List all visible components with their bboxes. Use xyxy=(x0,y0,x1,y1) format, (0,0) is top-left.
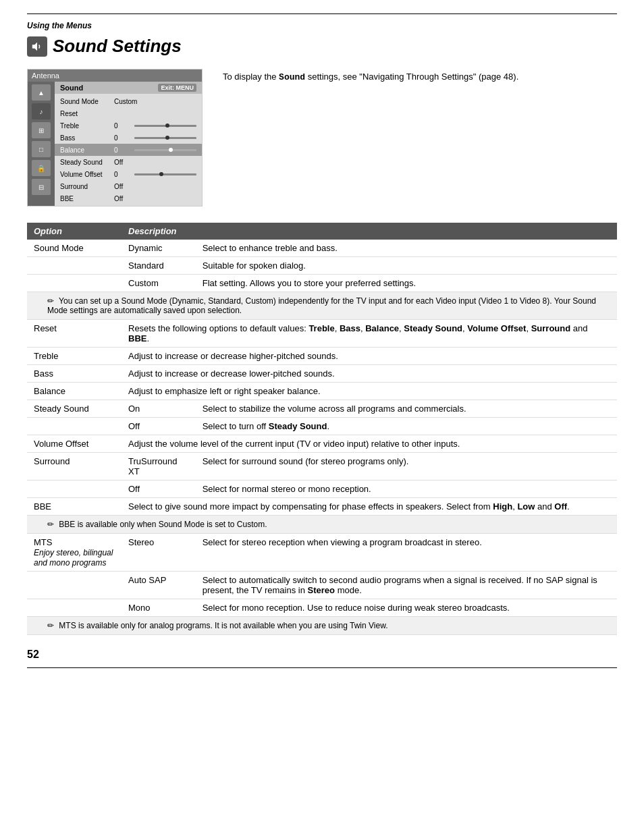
option-cell xyxy=(27,418,122,435)
note-row: ✏ You can set up a Sound Mode (Dynamic, … xyxy=(27,292,617,320)
suboption-cell: Mono xyxy=(122,599,196,617)
note-icon: ✏ xyxy=(47,621,54,630)
option-cell: Balance xyxy=(27,383,122,400)
table-row: Reset Resets the following options to de… xyxy=(27,320,617,348)
note-icon: ✏ xyxy=(47,296,54,306)
option-cell: Reset xyxy=(27,320,122,348)
suboption-cell: Dynamic xyxy=(122,240,196,257)
sidebar-lock-icon: 🔒 xyxy=(32,160,51,176)
suboption-cell: Off xyxy=(122,480,196,498)
suboption-cell: Stereo xyxy=(122,534,196,572)
desc-cell: Adjust to increase or decrease higher-pi… xyxy=(122,348,617,365)
table-row: Balance Adjust to emphasize left or righ… xyxy=(27,383,617,400)
note-icon: ✏ xyxy=(47,520,54,529)
sidebar-channel-icon: ⊞ xyxy=(32,122,51,138)
option-cell: Surround xyxy=(27,453,122,480)
sidebar-picture-icon: □ xyxy=(32,141,51,157)
tv-menu-title: Sound xyxy=(60,84,83,92)
option-cell: MTS Enjoy stereo, bilingual and mono pro… xyxy=(27,534,122,572)
desc-cell: Select for mono reception. Use to reduce… xyxy=(196,599,617,617)
table-row: Off Select for normal stereo or mono rec… xyxy=(27,480,617,498)
option-cell xyxy=(27,257,122,275)
table-row: BBE Select to give sound more impact by … xyxy=(27,498,617,516)
table-row: Treble Adjust to increase or decrease hi… xyxy=(27,348,617,365)
table-row: MTS Enjoy stereo, bilingual and mono pro… xyxy=(27,534,617,572)
page-title: Sound Settings xyxy=(53,36,182,57)
volume-offset-slider xyxy=(134,173,196,175)
desc-cell: Flat setting. Allows you to store your p… xyxy=(196,275,617,292)
option-cell xyxy=(27,599,122,617)
tv-row-surround: Surround Off xyxy=(55,180,202,192)
note-cell: ✏ MTS is available only for analog progr… xyxy=(27,617,617,635)
option-cell xyxy=(27,480,122,498)
desc-cell: Suitable for spoken dialog. xyxy=(196,257,617,275)
option-cell xyxy=(27,275,122,292)
note-cell: ✏ BBE is available only when Sound Mode … xyxy=(27,516,617,534)
desc-cell: Select for stereo reception when viewing… xyxy=(196,534,617,572)
table-row: Custom Flat setting. Allows you to store… xyxy=(27,275,617,292)
option-cell xyxy=(27,572,122,599)
sidebar-sound-icon: ♪ xyxy=(32,103,51,119)
tv-row-sound-mode: Sound Mode Custom xyxy=(55,95,202,107)
using-menus-label: Using the Menus xyxy=(27,21,617,30)
col-header-option: Option xyxy=(27,223,122,240)
table-row: Mono Select for mono reception. Use to r… xyxy=(27,599,617,617)
page-number: 52 xyxy=(27,649,617,661)
tv-row-bbe: BBE Off xyxy=(55,192,202,204)
tv-menu-content: Sound Exit: MENU Sound Mode Custom Reset… xyxy=(55,82,202,206)
option-cell: Sound Mode xyxy=(27,240,122,257)
table-row: Bass Adjust to increase or decrease lowe… xyxy=(27,365,617,383)
table-row: Standard Suitable for spoken dialog. xyxy=(27,257,617,275)
bass-slider xyxy=(134,137,196,139)
tv-row-bass: Bass 0 xyxy=(55,132,202,144)
tv-row-steady-sound: Steady Sound Off xyxy=(55,156,202,168)
table-row: Auto SAP Select to automatically switch … xyxy=(27,572,617,599)
desc-cell: Resets the following options to default … xyxy=(122,320,617,348)
option-cell: BBE xyxy=(27,498,122,516)
sound-settings-icon xyxy=(27,36,47,57)
option-cell: Treble xyxy=(27,348,122,365)
table-row: Steady Sound On Select to stabilize the … xyxy=(27,400,617,418)
desc-cell: Select for normal stereo or mono recepti… xyxy=(196,480,617,498)
suboption-cell: Off xyxy=(122,418,196,435)
top-description: To display the Sound settings, see "Navi… xyxy=(223,72,617,82)
tv-menu-exit: Exit: MENU xyxy=(158,84,196,92)
desc-cell: Select to enhance treble and bass. xyxy=(196,240,617,257)
desc-cell: Select to give sound more impact by comp… xyxy=(122,498,617,516)
suboption-cell: TruSurround XT xyxy=(122,453,196,480)
col-header-description: Description xyxy=(122,223,617,240)
desc-cell: Adjust to emphasize left or right speake… xyxy=(122,383,617,400)
table-row: Surround TruSurround XT Select for surro… xyxy=(27,453,617,480)
suboption-cell: Custom xyxy=(122,275,196,292)
suboption-cell: Standard xyxy=(122,257,196,275)
table-row: Volume Offset Adjust the volume level of… xyxy=(27,435,617,453)
settings-table: Option Description Sound Mode Dynamic Se… xyxy=(27,223,617,635)
tv-menu-header: Antenna xyxy=(28,70,202,82)
tv-row-balance: Balance 0 xyxy=(55,144,202,156)
table-row: Off Select to turn off Steady Sound. xyxy=(27,418,617,435)
option-cell: Steady Sound xyxy=(27,400,122,418)
sidebar-antenna-icon: ▲ xyxy=(32,84,51,101)
note-row: ✏ MTS is available only for analog progr… xyxy=(27,617,617,635)
suboption-cell: Auto SAP xyxy=(122,572,196,599)
tv-sidebar: ▲ ♪ ⊞ □ 🔒 ⊟ xyxy=(28,82,55,206)
page-title-row: Sound Settings xyxy=(27,36,617,57)
tv-menu-title-row: Sound Exit: MENU xyxy=(55,82,202,94)
desc-cell: Select for surround sound (for stereo pr… xyxy=(196,453,617,480)
tv-row-treble: Treble 0 xyxy=(55,119,202,132)
desc-cell: Select to stabilize the volume across al… xyxy=(196,400,617,418)
top-section: Antenna ▲ ♪ ⊞ □ 🔒 ⊟ Sound Exit: MENU Sou… xyxy=(27,69,617,207)
sidebar-setup-icon: ⊟ xyxy=(32,179,51,195)
desc-cell: Select to automatically switch to second… xyxy=(196,572,617,599)
tv-menu-rows: Sound Mode Custom Reset Treble 0 xyxy=(55,94,202,206)
description-text: To display the Sound settings, see "Navi… xyxy=(223,69,617,207)
tv-row-volume-offset: Volume Offset 0 xyxy=(55,168,202,180)
note-cell: ✏ You can set up a Sound Mode (Dynamic, … xyxy=(27,292,617,320)
suboption-cell: On xyxy=(122,400,196,418)
desc-cell: Adjust to increase or decrease lower-pit… xyxy=(122,365,617,383)
desc-cell: Adjust the volume level of the current i… xyxy=(122,435,617,453)
note-row: ✏ BBE is available only when Sound Mode … xyxy=(27,516,617,534)
tv-menu-screenshot: Antenna ▲ ♪ ⊞ □ 🔒 ⊟ Sound Exit: MENU Sou… xyxy=(27,69,203,207)
option-cell: Bass xyxy=(27,365,122,383)
option-cell: Volume Offset xyxy=(27,435,122,453)
